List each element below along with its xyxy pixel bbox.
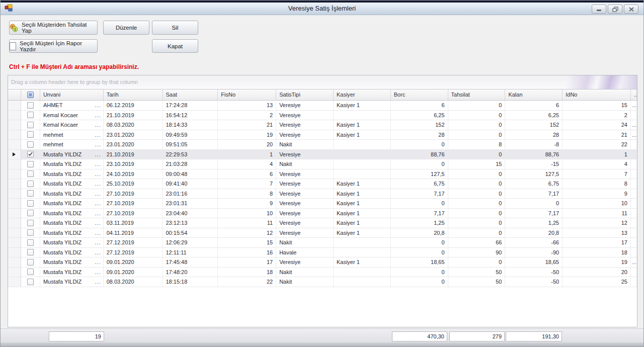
column-header-satisTipi[interactable]: SatisTipi: [276, 90, 334, 100]
ellipsis-button[interactable]: ...: [95, 140, 101, 149]
row-select-cell[interactable]: [21, 169, 40, 180]
ellipsis-button[interactable]: ...: [95, 209, 101, 218]
group-by-panel[interactable]: Drag a column header here to group by th…: [8, 75, 637, 90]
ellipsis-button[interactable]: ...: [95, 248, 101, 257]
row-checkbox[interactable]: [27, 131, 34, 138]
table-row[interactable]: Mustafa YILDIZ...27.12.201912:06:2915Nak…: [8, 238, 637, 248]
table-row[interactable]: Kemal Kocaer...08.03.202018:14:3321Veres…: [8, 120, 637, 130]
row-checkbox[interactable]: [27, 181, 34, 187]
ellipsis-button[interactable]: ...: [95, 179, 101, 189]
table-row[interactable]: Mustafa YILDIZ...23.10.201921:03:284Naki…: [8, 159, 637, 169]
column-header-fisNo[interactable]: FisNo: [218, 90, 276, 100]
table-row[interactable]: Mustafa YILDIZ...24.10.201909:00:486Vere…: [8, 169, 637, 180]
row-checkbox[interactable]: [27, 269, 34, 275]
ellipsis-button[interactable]: ...: [95, 101, 101, 110]
table-row[interactable]: Mustafa YILDIZ...08.03.202018:15:1822Nak…: [8, 277, 637, 287]
ellipsis-button[interactable]: ...: [95, 169, 101, 179]
ellipsis-button[interactable]: ...: [95, 228, 101, 238]
table-row[interactable]: Mustafa YILDIZ...09.01.202017:45:4817Ver…: [8, 257, 637, 268]
table-row[interactable]: Mustafa YILDIZ...27.12.201912:11:1116Hav…: [8, 248, 637, 258]
row-select-cell[interactable]: [21, 130, 40, 140]
row-select-cell[interactable]: [21, 238, 40, 248]
column-header-tarih[interactable]: Tarih: [104, 90, 163, 100]
row-select-cell[interactable]: [21, 150, 40, 160]
column-header-borc[interactable]: Borc: [391, 90, 448, 100]
table-row[interactable]: Mustafa YILDIZ...21.10.201922:29:531Vere…: [8, 150, 637, 160]
ellipsis-button[interactable]: ...: [95, 150, 101, 159]
row-select-cell[interactable]: [21, 199, 40, 209]
row-select-cell[interactable]: [21, 159, 40, 169]
row-select-cell[interactable]: [21, 268, 40, 278]
table-row[interactable]: mehmet...23.01.202009:51:0520Nakit08-822: [8, 140, 637, 150]
table-row[interactable]: Mustafa YILDIZ...27.10.201923:04:4010Ver…: [8, 209, 637, 219]
table-row[interactable]: Mustafa YILDIZ...09.01.202017:48:2018Nak…: [8, 268, 637, 278]
row-select-cell[interactable]: [21, 277, 40, 287]
table-row[interactable]: Mustafa YILDIZ...27.10.201923:01:319Vere…: [8, 199, 637, 209]
close-button[interactable]: [624, 5, 638, 14]
column-header-tahsilat[interactable]: Tahsilat: [448, 90, 506, 100]
table-row[interactable]: AHMET...06.12.201917:24:2813VeresiyeKasi…: [8, 101, 637, 111]
row-select-cell[interactable]: [21, 189, 40, 199]
borc-total-box[interactable]: 470,30: [392, 331, 447, 341]
row-select-cell[interactable]: [21, 101, 40, 111]
restore-button[interactable]: [608, 5, 622, 14]
column-header-saat[interactable]: Saat: [163, 90, 218, 100]
table-row[interactable]: Mustafa YILDIZ...04.11.201900:15:5412Ver…: [8, 228, 637, 238]
ellipsis-button[interactable]: ...: [95, 120, 101, 130]
sil-button[interactable]: Sil: [152, 21, 198, 35]
row-checkbox[interactable]: [27, 229, 34, 236]
row-checkbox[interactable]: [27, 239, 34, 246]
row-select-cell[interactable]: [21, 120, 40, 130]
duzenle-button[interactable]: Düzenle: [103, 21, 149, 35]
row-checkbox[interactable]: [27, 190, 34, 197]
row-checkbox[interactable]: [27, 141, 34, 148]
table-row[interactable]: mehmet...23.01.202009:49:5919VeresiyeKas…: [8, 130, 637, 140]
ellipsis-button[interactable]: ...: [95, 257, 101, 267]
column-header-more[interactable]: ...: [631, 90, 637, 100]
row-checkbox[interactable]: [27, 210, 34, 216]
select-all-header[interactable]: [21, 90, 40, 100]
ellipsis-button[interactable]: ...: [95, 159, 101, 169]
row-checkbox[interactable]: [27, 279, 34, 285]
kalan-total-box[interactable]: 191,30: [506, 331, 562, 341]
ellipsis-button[interactable]: ...: [95, 277, 101, 287]
row-select-cell[interactable]: [21, 228, 40, 238]
ellipsis-button[interactable]: ...: [95, 199, 101, 208]
column-header-kasiyer[interactable]: Kasiyer: [334, 90, 391, 100]
tahsilat-yap-button[interactable]: € $ Seçili Müşteriden Tahsilat Yap: [9, 21, 98, 35]
row-checkbox[interactable]: [27, 161, 34, 167]
row-checkbox[interactable]: [27, 102, 34, 109]
row-select-cell[interactable]: [21, 248, 40, 258]
table-row[interactable]: Mustafa YILDIZ...27.10.201923:01:168Vere…: [8, 189, 637, 199]
column-header-kalan[interactable]: Kalan: [505, 90, 562, 100]
ellipsis-button[interactable]: ...: [95, 238, 101, 247]
ellipsis-button[interactable]: ...: [95, 189, 101, 199]
ellipsis-button[interactable]: ...: [95, 111, 101, 120]
row-select-cell[interactable]: [21, 111, 40, 121]
ellipsis-button[interactable]: ...: [95, 218, 101, 228]
row-checkbox[interactable]: [27, 112, 34, 118]
title-bar[interactable]: Veresiye Satiş İşlemleri: [1, 3, 643, 15]
kapat-button[interactable]: Kapat: [152, 39, 198, 53]
table-row[interactable]: Kemal Kocaer...21.10.201916:54:122Veresi…: [8, 111, 637, 121]
row-select-cell[interactable]: [21, 257, 40, 268]
tahsilat-total-box[interactable]: 279: [449, 331, 505, 341]
ellipsis-button[interactable]: ...: [95, 130, 101, 140]
row-checkbox[interactable]: [27, 249, 34, 255]
column-header-idNo[interactable]: IdNo: [562, 90, 631, 100]
row-select-cell[interactable]: [21, 179, 40, 189]
row-checkbox[interactable]: [27, 151, 34, 157]
row-select-cell[interactable]: [21, 209, 40, 219]
row-count-box[interactable]: 19: [49, 331, 104, 341]
row-select-cell[interactable]: [21, 140, 40, 150]
row-checkbox[interactable]: [27, 259, 34, 266]
minimize-button[interactable]: [592, 5, 606, 14]
ellipsis-button[interactable]: ...: [95, 268, 101, 277]
table-row[interactable]: Mustafa YILDIZ...25.10.201909:41:407Vere…: [8, 179, 637, 189]
row-checkbox[interactable]: [27, 170, 34, 177]
row-checkbox[interactable]: [27, 200, 34, 207]
column-header-unvani[interactable]: Unvani: [40, 90, 104, 100]
table-row[interactable]: Mustafa YILDIZ...03.11.201923:12:1311Ver…: [8, 218, 637, 228]
row-checkbox[interactable]: [27, 122, 34, 128]
rapor-yazdir-button[interactable]: Seçili Müşteri İçin Rapor Yazdır: [9, 39, 98, 53]
